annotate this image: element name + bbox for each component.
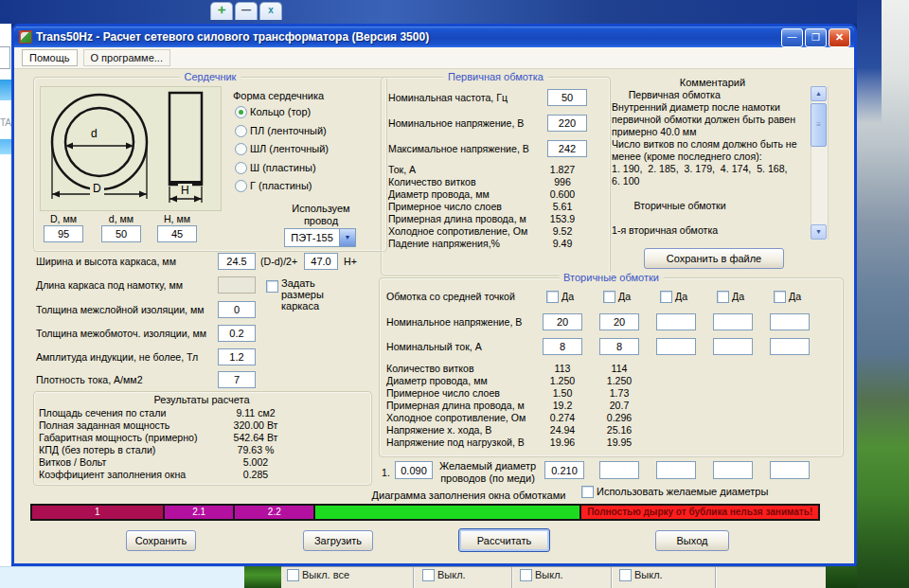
widget-minimize-icon[interactable]: — bbox=[235, 2, 258, 20]
calculate-button[interactable]: Рассчитать bbox=[458, 528, 550, 552]
minimize-button[interactable]: — bbox=[781, 28, 803, 47]
layer-iso-label: Толщина межслойной изоляции, мм bbox=[36, 304, 205, 315]
scrollbar-thumb[interactable]: ≡ bbox=[811, 103, 827, 147]
desired-diameter-input-2[interactable] bbox=[599, 461, 639, 479]
dim-d-input[interactable] bbox=[101, 225, 141, 242]
save-to-file-button[interactable]: Сохранить в файле bbox=[644, 248, 784, 269]
secondary-voltage-input-4[interactable] bbox=[713, 313, 753, 330]
radio-shl[interactable] bbox=[235, 143, 247, 155]
scroll-down-icon[interactable]: ▼ bbox=[811, 224, 827, 240]
move-icon[interactable]: ✛ bbox=[210, 2, 233, 20]
chevron-down-icon[interactable]: ▼ bbox=[339, 229, 355, 246]
widget-close-icon[interactable]: x bbox=[259, 2, 282, 20]
winding-iso-input[interactable] bbox=[218, 325, 256, 342]
desired-diameter-input-4[interactable] bbox=[713, 461, 753, 479]
fill-caption: Диаграмма заполнения окна обмотками bbox=[312, 490, 625, 501]
layer-iso-input[interactable] bbox=[218, 301, 256, 318]
radio-sh-label: Ш (пластины) bbox=[250, 162, 316, 173]
close-icon: ✕ bbox=[835, 31, 844, 43]
frame-wh-input2[interactable] bbox=[304, 253, 338, 270]
main-window: Trans50Hz - Расчет сетевого силового тра… bbox=[11, 24, 857, 566]
primary-voltage-input[interactable] bbox=[547, 115, 587, 132]
radio-ring[interactable] bbox=[235, 106, 247, 118]
yes-label: Да bbox=[618, 291, 631, 302]
secondary-current-input-5[interactable] bbox=[770, 338, 810, 355]
secondary-stat-v2: 19.95 bbox=[599, 437, 639, 448]
desired-diameter-input-3[interactable] bbox=[656, 461, 696, 479]
frame-wh-input1[interactable] bbox=[218, 253, 256, 270]
dim-D-label: D, мм bbox=[44, 213, 83, 224]
induction-input[interactable] bbox=[218, 348, 256, 365]
secondary-voltage-input-2[interactable] bbox=[599, 313, 639, 330]
secondary-stat-v1: 19.2 bbox=[543, 400, 582, 411]
primary-stat-value: 0.600 bbox=[520, 188, 605, 200]
off-label-3: Выкл. bbox=[634, 569, 663, 580]
menu-help[interactable]: Помощь bbox=[22, 49, 78, 66]
secondary-current-input-2[interactable] bbox=[599, 338, 639, 355]
frame-length-input bbox=[218, 276, 256, 294]
save-button[interactable]: Сохранить bbox=[126, 530, 196, 551]
menu-about[interactable]: О программе... bbox=[83, 49, 170, 66]
secondary-voltage-input-3[interactable] bbox=[656, 313, 696, 330]
secondary-stat-v2: 1.250 bbox=[599, 375, 639, 386]
primary-stat-value: 9.52 bbox=[520, 225, 605, 237]
off-checkbox-1[interactable] bbox=[422, 569, 435, 581]
result-value: 542.64 Вт bbox=[204, 432, 308, 443]
desired-index-label: 1. bbox=[382, 467, 390, 478]
desired-index-input[interactable] bbox=[395, 461, 433, 479]
off-checkbox-2[interactable] bbox=[520, 569, 532, 581]
divider bbox=[511, 567, 513, 588]
yes-label: Да bbox=[732, 291, 744, 302]
title-bar: Trans50Hz - Расчет сетевого силового тра… bbox=[14, 27, 854, 47]
dim-D-input[interactable] bbox=[44, 225, 83, 242]
secondary-stat-label: Холодное сопротивление, Ом bbox=[386, 412, 526, 423]
exit-button[interactable]: Выход bbox=[655, 530, 729, 551]
result-label: Полная заданная мощность bbox=[39, 419, 169, 431]
center-tap-checkbox-1[interactable] bbox=[546, 291, 559, 303]
radio-pl[interactable] bbox=[235, 125, 247, 137]
dim-H-input[interactable] bbox=[157, 225, 197, 242]
window-title: Trans50Hz - Расчет сетевого силового тра… bbox=[36, 30, 429, 44]
close-button[interactable]: ✕ bbox=[829, 28, 850, 47]
center-tap-checkbox-3[interactable] bbox=[660, 291, 672, 303]
secondary-current-input-4[interactable] bbox=[713, 338, 753, 355]
center-tap-checkbox-2[interactable] bbox=[603, 291, 615, 303]
maximize-button[interactable]: ❐ bbox=[805, 28, 827, 47]
secondary-voltage-input-5[interactable] bbox=[770, 313, 810, 330]
off-checkbox-3[interactable] bbox=[619, 569, 632, 581]
radio-sh[interactable] bbox=[235, 162, 247, 174]
secondary-voltage-input-1[interactable] bbox=[543, 313, 582, 330]
result-label: Коэффициент заполнения окна bbox=[39, 469, 186, 480]
secondary-current-input-3[interactable] bbox=[656, 338, 696, 355]
off-all-checkbox[interactable] bbox=[287, 569, 299, 581]
desktop-wallpaper-gap bbox=[244, 566, 281, 588]
radio-g-label: Г (пластины) bbox=[250, 180, 312, 191]
desired-label-line2: проводов (по меди) bbox=[433, 472, 543, 484]
current-density-input[interactable] bbox=[218, 371, 256, 388]
center-tap-checkbox-5[interactable] bbox=[774, 291, 786, 303]
secondary-voltage-label: Номинальное напряжение, В bbox=[386, 316, 522, 328]
yes-label: Да bbox=[789, 291, 801, 302]
radio-pl-label: ПЛ (ленточный) bbox=[250, 125, 327, 136]
wire-combo[interactable]: ПЭТ-155 ▼ bbox=[284, 228, 356, 247]
primary-stat-label: Ток, А bbox=[388, 164, 416, 175]
desired-diameter-input-5[interactable] bbox=[770, 461, 810, 479]
secondary-current-input-1[interactable] bbox=[543, 338, 582, 355]
center-tap-checkbox-4[interactable] bbox=[717, 291, 729, 303]
radio-g[interactable] bbox=[235, 180, 247, 192]
set-frame-size-checkbox[interactable] bbox=[266, 280, 278, 293]
primary-maxv-input[interactable] bbox=[547, 140, 587, 157]
minimize-icon: — bbox=[782, 35, 802, 39]
scroll-up-icon[interactable]: ▲ bbox=[811, 86, 827, 101]
primary-stat-label: Количество витков bbox=[388, 176, 476, 187]
load-button[interactable]: Загрузить bbox=[303, 530, 373, 551]
secondary-stat-v2: 0.296 bbox=[599, 412, 639, 423]
primary-freq-input[interactable] bbox=[547, 89, 587, 106]
secondary-stat-v1: 24.94 bbox=[543, 424, 582, 436]
yes-label: Да bbox=[561, 291, 574, 302]
desired-diameter-input-1[interactable] bbox=[544, 461, 584, 479]
background-window-bar2 bbox=[0, 139, 11, 154]
diagram-H-label: H bbox=[178, 184, 192, 197]
core-group-title: Сердечник bbox=[180, 71, 241, 82]
comment-text: Первичная обмотка Внутренний диаметр пос… bbox=[612, 89, 809, 237]
